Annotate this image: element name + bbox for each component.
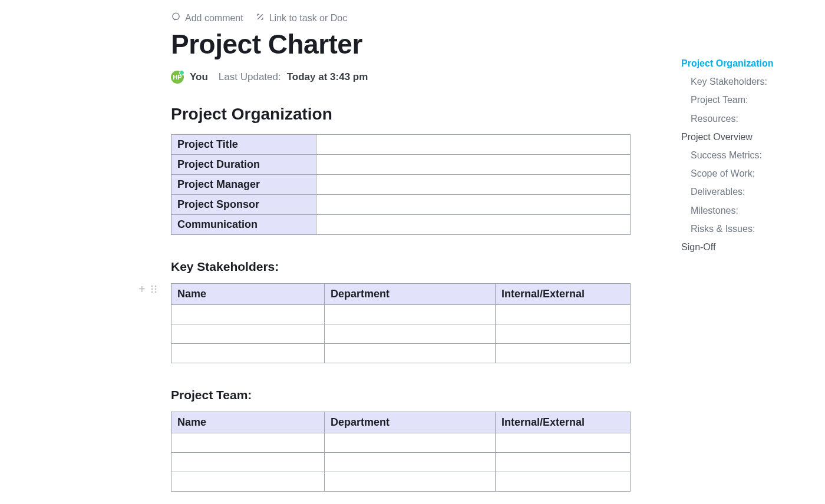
- add-comment-button[interactable]: Add comment: [171, 12, 243, 24]
- updated-label: Last Updated:: [219, 71, 281, 83]
- kv-value[interactable]: [316, 195, 631, 215]
- outline-item-signoff[interactable]: Sign-Off: [681, 238, 817, 256]
- doc-toolbar: Add comment Link to task or Doc: [171, 12, 347, 24]
- comment-icon: [171, 12, 181, 24]
- table-row: [171, 453, 631, 472]
- kv-label[interactable]: Project Duration: [171, 155, 316, 175]
- author-label: You: [190, 71, 208, 83]
- kv-value[interactable]: [316, 175, 631, 195]
- svg-point-1: [151, 286, 153, 287]
- kv-label[interactable]: Project Sponsor: [171, 195, 316, 215]
- column-header-intext[interactable]: Internal/External: [496, 412, 631, 433]
- outline-item-resources[interactable]: Resources:: [681, 110, 817, 128]
- kv-value[interactable]: [316, 215, 631, 235]
- outline-item-scope-of-work[interactable]: Scope of Work:: [681, 164, 817, 183]
- table-row: Communication: [171, 215, 631, 235]
- stakeholders-table[interactable]: Name Department Internal/External: [171, 283, 631, 363]
- column-header-name[interactable]: Name: [171, 412, 325, 433]
- svg-point-2: [154, 286, 156, 287]
- outline-item-project-overview[interactable]: Project Overview: [681, 128, 817, 146]
- section-heading-project-organization[interactable]: Project Organization: [171, 105, 631, 124]
- outline-item-deliverables[interactable]: Deliverables:: [681, 183, 817, 201]
- kv-value[interactable]: [316, 135, 631, 155]
- svg-point-3: [151, 289, 153, 290]
- table-row: [171, 433, 631, 453]
- table-row: [171, 472, 631, 492]
- outline-item-success-metrics[interactable]: Success Metrics:: [681, 146, 817, 164]
- drag-handle-icon[interactable]: [150, 285, 157, 293]
- table-row: Project Title: [171, 135, 631, 155]
- outline-item-key-stakeholders[interactable]: Key Stakeholders:: [681, 72, 817, 91]
- kv-value[interactable]: [316, 155, 631, 175]
- svg-point-5: [151, 291, 153, 293]
- outline-item-risks-issues[interactable]: Risks & Issues:: [681, 220, 817, 238]
- column-header-intext[interactable]: Internal/External: [496, 284, 631, 305]
- svg-point-6: [154, 291, 156, 293]
- column-header-department[interactable]: Department: [325, 284, 496, 305]
- svg-point-4: [154, 289, 156, 290]
- table-row: Project Duration: [171, 155, 631, 175]
- add-block-button[interactable]: +: [138, 283, 146, 295]
- table-row: [171, 324, 631, 344]
- table-row: Project Manager: [171, 175, 631, 195]
- svg-point-0: [173, 13, 179, 19]
- table-row: Project Sponsor: [171, 195, 631, 215]
- section-heading-stakeholders[interactable]: Key Stakeholders:: [171, 260, 631, 274]
- project-org-table[interactable]: Project Title Project Duration Project M…: [171, 134, 631, 235]
- page-title[interactable]: Project Charter: [171, 28, 631, 60]
- column-header-department[interactable]: Department: [325, 412, 496, 433]
- updated-value: Today at 3:43 pm: [287, 71, 368, 83]
- kv-label[interactable]: Project Manager: [171, 175, 316, 195]
- add-comment-label: Add comment: [185, 13, 243, 24]
- outline-item-project-organization[interactable]: Project Organization: [681, 54, 817, 72]
- document-body: Project Charter HP You Last Updated: Tod…: [171, 28, 631, 492]
- document-outline: Project Organization Key Stakeholders: P…: [681, 54, 817, 256]
- table-row: [171, 344, 631, 363]
- avatar[interactable]: HP: [171, 71, 184, 84]
- team-table[interactable]: Name Department Internal/External: [171, 412, 631, 492]
- outline-item-project-team[interactable]: Project Team:: [681, 91, 817, 109]
- link-task-label: Link to task or Doc: [269, 13, 348, 24]
- kv-label[interactable]: Communication: [171, 215, 316, 235]
- link-task-button[interactable]: Link to task or Doc: [255, 12, 348, 24]
- table-row: [171, 305, 631, 324]
- kv-label[interactable]: Project Title: [171, 135, 316, 155]
- block-gutter: +: [138, 283, 157, 295]
- section-heading-team[interactable]: Project Team:: [171, 388, 631, 402]
- link-icon: [255, 12, 265, 24]
- doc-meta: HP You Last Updated: Today at 3:43 pm: [171, 71, 631, 84]
- column-header-name[interactable]: Name: [171, 284, 325, 305]
- outline-item-milestones[interactable]: Milestones:: [681, 201, 817, 220]
